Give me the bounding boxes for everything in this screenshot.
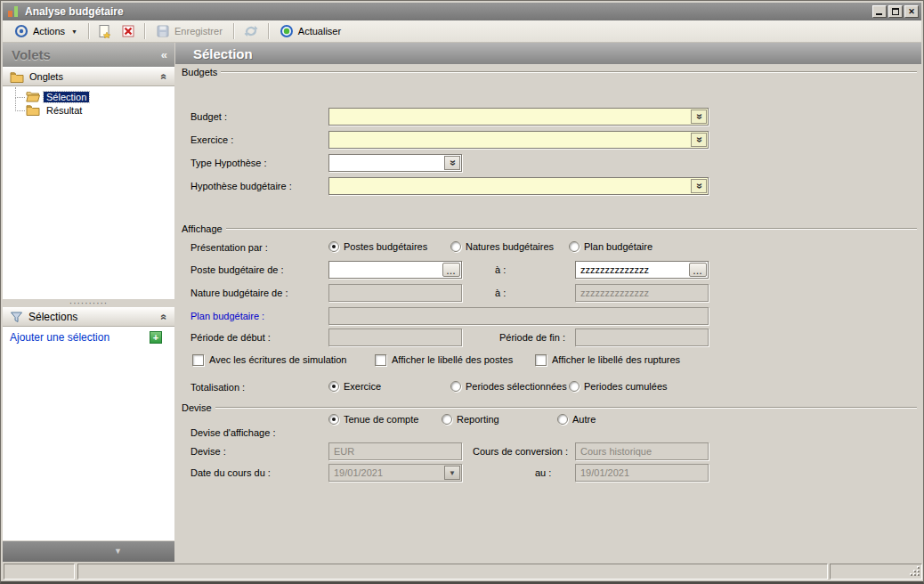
radio-label: Reporting — [457, 414, 499, 425]
add-selection-button[interactable]: + — [150, 331, 162, 344]
maximize-button[interactable] — [888, 5, 903, 18]
new-button[interactable] — [93, 22, 117, 41]
radio-autre[interactable]: Autre — [557, 413, 596, 426]
collapse-section-icon[interactable]: « — [158, 314, 171, 320]
radio-label: Tenue de compte — [344, 414, 418, 425]
tree-item-selection-label: Sélection — [44, 92, 89, 102]
type-hypothese-label: Type Hypothèse : — [190, 158, 267, 168]
tree-item-selection[interactable]: Sélection — [10, 90, 89, 103]
minimize-icon — [876, 13, 882, 15]
nature-a-value: zzzzzzzzzzzzzz — [580, 288, 649, 298]
refresh-button[interactable]: Actualiser — [273, 22, 347, 41]
double-chevron-down-icon: « — [693, 183, 705, 190]
checkbox-label: Afficher le libellé des ruptures — [552, 354, 680, 365]
add-selection-link[interactable]: Ajouter une sélection — [10, 331, 109, 344]
selection-form: Budgets Budget : « Exercice : « Type Hyp… — [175, 64, 921, 564]
tree-connector — [10, 104, 26, 117]
delete-icon — [121, 24, 135, 38]
folder-icon — [10, 71, 24, 83]
titlebar[interactable]: Analyse budgétaire ✕ — [3, 3, 921, 20]
radio-reporting[interactable]: Reporting — [442, 413, 499, 426]
radio-tenue-de-compte[interactable]: Tenue de compte — [328, 413, 418, 426]
budgets-legend-label: Budgets — [182, 67, 221, 77]
sidebar-header: Volets « — [3, 43, 174, 67]
exercice-dropdown-button[interactable]: « — [691, 133, 707, 147]
hypothese-dropdown-button[interactable]: « — [691, 179, 707, 193]
budget-combo[interactable]: « — [328, 108, 709, 126]
poste-de-browse-button[interactable]: ... — [442, 263, 460, 277]
checkbox-icon — [192, 354, 204, 366]
nature-de-label: Nature budgétaire de : — [190, 288, 288, 298]
double-chevron-down-icon: « — [693, 114, 705, 120]
devise-value: EUR — [334, 446, 354, 457]
radio-periodes-cumulees[interactable]: Periodes cumulées — [569, 380, 668, 393]
sidebar-splitter[interactable]: ·········· — [3, 299, 174, 307]
radio-label: Autre — [572, 414, 596, 425]
plan-budgetaire-input — [328, 307, 709, 325]
type-hypothese-combo[interactable]: « — [328, 154, 462, 172]
collapse-section-icon[interactable]: « — [158, 74, 171, 80]
nature-de-input — [328, 284, 462, 302]
maximize-icon — [892, 8, 899, 15]
poste-a-browse-button[interactable]: ... — [689, 263, 707, 277]
tree-connector — [10, 91, 26, 103]
sidebar: Volets « Onglets « Sélection — [3, 43, 174, 563]
poste-de-input[interactable]: ... — [328, 261, 462, 279]
periode-fin-input — [575, 328, 709, 346]
sidebar-bottom-bar[interactable]: ▼ — [3, 541, 174, 563]
radio-periodes-selectionnees[interactable]: Periodes sélectionnées — [450, 380, 567, 393]
save-button[interactable]: Enregistrer — [150, 22, 229, 41]
actions-button[interactable]: Actions ▼ — [8, 22, 84, 41]
radio-exercice[interactable]: Exercice — [328, 380, 381, 393]
periode-fin-label: Période de fin : — [499, 332, 565, 343]
exercice-label: Exercice : — [190, 134, 233, 145]
au-label: au : — [535, 467, 551, 478]
cours-conversion-value: Cours historique — [580, 446, 652, 457]
type-hypothese-dropdown-button[interactable]: « — [444, 156, 460, 170]
close-button[interactable]: ✕ — [904, 5, 919, 18]
poste-de-label: Poste budgétaire de : — [190, 264, 284, 275]
sync-button[interactable] — [239, 22, 263, 41]
devise-group-legend: Devise — [182, 402, 917, 413]
tree-item-resultat-label: Résultat — [44, 105, 85, 116]
radio-icon — [450, 241, 461, 252]
checkbox-libelle-postes[interactable]: Afficher le libellé des postes — [375, 353, 513, 366]
actions-dropdown-icon: ▼ — [71, 28, 77, 35]
group-divider — [221, 71, 917, 73]
status-panel-center — [77, 564, 828, 580]
checkbox-icon — [375, 354, 386, 366]
double-chevron-down-icon: « — [693, 137, 705, 143]
collapse-panel-icon[interactable]: « — [161, 48, 167, 61]
plan-budgetaire-link-label[interactable]: Plan budgétaire : — [190, 311, 264, 321]
checkbox-libelle-ruptures[interactable]: Afficher le libellé des ruptures — [535, 353, 680, 366]
hypothese-combo[interactable]: « — [328, 177, 709, 195]
date-cours-du-label: Date du cours du : — [190, 467, 271, 478]
budget-label: Budget : — [190, 111, 227, 122]
radio-label: Natures budgétaires — [466, 241, 554, 252]
selections-section-header[interactable]: Sélections « — [3, 307, 174, 327]
chevron-down-icon: ▼ — [449, 469, 456, 477]
add-selection-row: Ajouter une sélection + — [3, 327, 174, 348]
delete-button[interactable] — [117, 22, 140, 41]
folder-icon — [26, 104, 40, 116]
radio-icon — [557, 414, 568, 425]
exercice-combo[interactable]: « — [328, 131, 709, 149]
radio-postes-budgetaires[interactable]: Postes budgétaires — [328, 240, 427, 253]
onglets-section-header[interactable]: Onglets « — [3, 67, 174, 86]
periode-debut-input — [328, 328, 462, 346]
radio-natures-budgetaires[interactable]: Natures budgétaires — [450, 240, 554, 253]
date-dropdown-button: ▼ — [444, 466, 460, 480]
budget-dropdown-button[interactable]: « — [691, 110, 707, 124]
tree-item-resultat[interactable]: Résultat — [10, 103, 85, 117]
radio-label: Periodes sélectionnées — [466, 381, 567, 392]
resize-grip[interactable] — [909, 565, 920, 576]
affichage-legend-label: Affichage — [182, 223, 226, 234]
minimize-button[interactable] — [872, 5, 887, 18]
checkbox-ecritures-simulation[interactable]: Avec les écritures de simulation — [192, 353, 346, 366]
radio-label: Plan budgétaire — [584, 241, 652, 252]
radio-plan-budgetaire[interactable]: Plan budgétaire — [569, 240, 652, 253]
cours-conversion-input: Cours historique — [575, 442, 709, 460]
poste-a-input[interactable]: zzzzzzzzzzzzzz ... — [575, 261, 709, 279]
au-input: 19/01/2021 — [575, 464, 709, 482]
page-title: Sélection — [193, 46, 253, 61]
